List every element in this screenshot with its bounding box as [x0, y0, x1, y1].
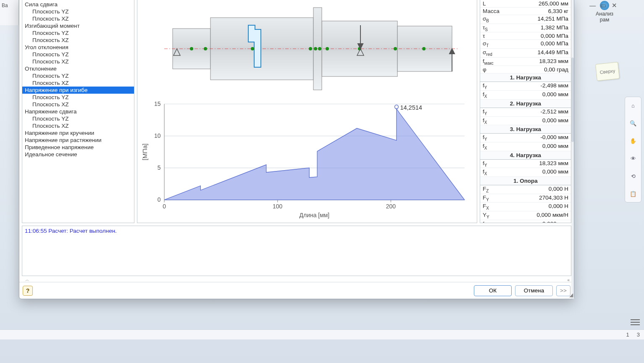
results-row: σT0,000 МПа [480, 40, 571, 49]
nav-toolbar: ⌂ 🔍 ✋ 👁 ⟲ 📋 [625, 97, 641, 203]
svg-point-7 [204, 47, 207, 50]
status-a: 1 [626, 331, 629, 338]
tree-item[interactable]: Напряжение при изгибе [22, 87, 134, 94]
tree-item[interactable]: Отклонение [22, 65, 134, 72]
stress-chart: 051015010020014,2514[МПа]Длина [мм] [137, 97, 477, 223]
log-line: 11:06:55 Расчет: Расчет выполнен. [25, 228, 117, 234]
svg-text:100: 100 [273, 203, 282, 210]
orbit-icon[interactable]: ⟲ [627, 170, 639, 182]
analysis-label-1: Анализ [592, 11, 617, 17]
results-header: 3. Нагрузка [480, 125, 571, 134]
tree-item[interactable]: Сила сдвига [22, 1, 134, 8]
svg-text:0: 0 [158, 196, 161, 203]
results-row: fY0,000 мкм [480, 220, 571, 223]
tree-item[interactable]: Плоскость YZ [22, 8, 134, 15]
results-header: 1. Опора [480, 177, 571, 185]
viewcube-top[interactable]: Сверху [595, 62, 620, 81]
graph-tree[interactable]: Сила сдвигаПлоскость YZПлоскость XZИзгиб… [22, 0, 134, 223]
tree-item[interactable]: Плоскость XZ [22, 122, 134, 129]
svg-point-6 [190, 47, 193, 50]
status-bar: 1 3 [0, 329, 644, 339]
tree-item[interactable]: Плоскость XZ [22, 15, 134, 22]
tree-item[interactable]: Плоскость YZ [22, 94, 134, 101]
svg-text:Длина [мм]: Длина [мм] [300, 212, 330, 219]
svg-point-11 [318, 47, 321, 50]
home-icon[interactable]: ⌂ [627, 100, 639, 111]
results-row: fY-2,498 мкм [480, 82, 571, 91]
results-row: FZ0,000 Н [480, 185, 571, 194]
svg-point-34 [395, 105, 399, 109]
results-header: 1. Нагрузка [480, 74, 571, 82]
tree-item[interactable]: Напряжение сдвига [22, 108, 134, 115]
cancel-button[interactable]: Отмена [515, 285, 553, 296]
shaft-calc-dialog: Сила сдвигаПлоскость YZПлоскость XZИзгиб… [19, 0, 574, 299]
tree-item[interactable]: Приведенное напряжение [22, 144, 134, 151]
results-row: σB14,251 МПа [480, 15, 571, 24]
svg-text:15: 15 [154, 100, 161, 108]
hamburger-icon[interactable] [631, 318, 640, 327]
ok-button[interactable]: ОК [474, 285, 512, 296]
tree-item[interactable]: Плоскость XZ [22, 58, 134, 65]
svg-text:10: 10 [154, 132, 161, 139]
collapse-left-icon[interactable]: « [567, 278, 570, 282]
center-panel: 051015010020014,2514[МПа]Длина [мм] [137, 0, 477, 223]
results-row: FY2704,303 Н [480, 194, 571, 203]
analysis-label-2: рам [592, 17, 617, 23]
results-row: Масса6,330 кг [480, 8, 571, 15]
tree-item[interactable]: Напряжение при кручении [22, 129, 134, 137]
window-minimize-icon[interactable]: — [588, 2, 597, 9]
svg-point-10 [314, 47, 317, 50]
results-row: L265,000 мм [480, 0, 571, 8]
zoom-icon[interactable]: 🔍 [627, 117, 639, 129]
tree-item[interactable]: Плоскость XZ [22, 79, 134, 87]
log-panel: 11:06:55 Расчет: Расчет выполнен. [22, 226, 571, 276]
more-button[interactable]: >> [556, 285, 570, 296]
tree-item[interactable]: Напряжение при растяжении [22, 137, 134, 144]
tree-item[interactable]: Плоскость YZ [22, 115, 134, 122]
status-b: 3 [637, 331, 640, 338]
results-row: YY0,000 мкм/Н [480, 211, 571, 220]
shaft-diagram [137, 0, 477, 97]
svg-point-14 [394, 47, 397, 50]
tree-item[interactable]: Угол отклонения [22, 44, 134, 51]
svg-point-8 [251, 47, 254, 50]
svg-text:[МПа]: [МПа] [142, 144, 148, 160]
results-row: fY-2,512 мкм [480, 108, 571, 117]
results-row: fY-0,000 мкм [480, 134, 571, 142]
svg-point-15 [422, 47, 426, 50]
clipboard-icon[interactable]: 📋 [627, 188, 639, 200]
tree-item[interactable]: Плоскость XZ [22, 37, 134, 44]
tree-item[interactable]: Плоскость YZ [22, 72, 134, 79]
results-row: fY18,323 мкм [480, 160, 571, 168]
tree-item[interactable]: Плоскость XZ [22, 101, 134, 108]
tree-item[interactable]: Плоскость YZ [22, 51, 134, 58]
look-icon[interactable]: 👁 [627, 153, 639, 164]
results-row: fX0,000 мкм [480, 117, 571, 126]
app-left-label: Ba [0, 0, 19, 25]
results-row: fмакс18,323 мкм [480, 58, 571, 66]
results-row: σred14,449 МПа [480, 49, 571, 58]
tree-item[interactable]: Идеальное сечение [22, 151, 134, 158]
results-row: τS1,382 МПа [480, 24, 571, 33]
svg-text:0: 0 [163, 203, 166, 210]
window-maximize-icon[interactable]: ▭ [599, 2, 608, 9]
svg-point-12 [326, 47, 329, 50]
tree-item[interactable]: Плоскость YZ [22, 29, 134, 37]
results-row: fX0,000 мкм [480, 91, 571, 100]
results-panel[interactable]: L265,000 ммМасса6,330 кгσB14,251 МПаτS1,… [480, 0, 571, 223]
window-close-icon[interactable]: ✕ [610, 2, 619, 9]
resize-grip-icon[interactable]: ◢ [569, 292, 573, 298]
results-row: fX0,000 мкм [480, 142, 571, 151]
results-row: τ0,000 МПа [480, 32, 571, 40]
svg-text:200: 200 [386, 203, 396, 210]
results-row: φ0,00 град [480, 66, 571, 74]
svg-text:5: 5 [158, 164, 161, 171]
help-button[interactable]: ? [23, 286, 33, 296]
results-header: 2. Нагрузка [480, 100, 571, 108]
results-header: 4. Нагрузка [480, 151, 571, 160]
tree-item[interactable]: Изгибающий момент [22, 22, 134, 29]
svg-point-9 [309, 47, 312, 50]
results-row: FX0,000 Н [480, 203, 571, 211]
pan-icon[interactable]: ✋ [627, 135, 639, 147]
svg-text:14,2514: 14,2514 [400, 104, 422, 111]
